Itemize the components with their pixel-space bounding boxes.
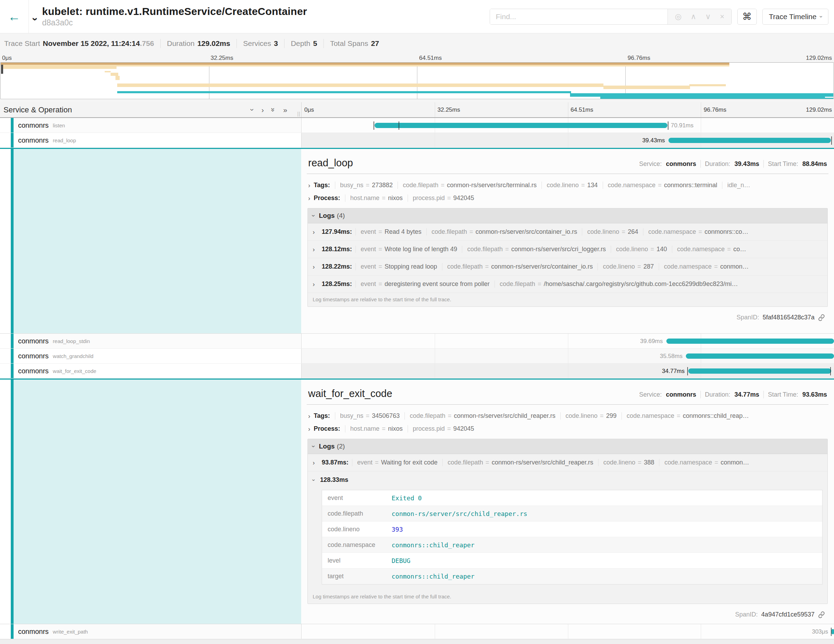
collapse-all-icon[interactable]: »: [270, 108, 277, 112]
keyboard-shortcuts-button[interactable]: ⌘: [737, 9, 757, 25]
tag-chip[interactable]: code.lineno=299: [560, 412, 622, 419]
log-field-chip[interactable]: code.lineno=287: [598, 263, 659, 270]
span-row-wait-for-exit-code[interactable]: conmonrs wait_for_exit_code 34.77ms: [0, 364, 834, 379]
span-bar[interactable]: [686, 353, 834, 359]
span-row-write-exit-path[interactable]: conmonrs write_exit_path 303μs: [0, 624, 834, 639]
process-row[interactable]: › Process: host.name=nixos process.pid=9…: [307, 422, 828, 435]
equals-sign: =: [698, 228, 702, 236]
span-row-read-loop-stdin[interactable]: conmonrs read_loop_stdin 39.69ms: [0, 334, 834, 349]
log-entry[interactable]: › 128.22ms: event=Stopping read loop cod…: [308, 258, 828, 275]
span-bar[interactable]: [375, 123, 668, 128]
minimap-canvas[interactable]: [0, 62, 834, 99]
span-timeline-cell[interactable]: 39.69ms: [301, 334, 834, 348]
log-field-chip[interactable]: code.filepath=/home/sascha/.cargo/regist…: [495, 280, 743, 288]
prev-result-icon[interactable]: ∧: [691, 12, 696, 21]
span-bar[interactable]: [688, 369, 832, 374]
log-entry-expanded[interactable]: › 128.33ms: [308, 471, 828, 489]
summary-separator: [323, 39, 324, 48]
tag-chip[interactable]: busy_ns=34506763: [335, 412, 405, 419]
collapse-trace-details-button[interactable]: ›: [34, 13, 37, 25]
link-icon[interactable]: [818, 314, 825, 321]
process-chip[interactable]: host.name=nixos: [345, 194, 407, 202]
span-name-cell[interactable]: conmonrs listen: [0, 118, 301, 133]
ruler-tick: 0μs: [304, 107, 314, 113]
chevron-right-icon: ›: [313, 264, 315, 270]
equals-sign: =: [727, 246, 731, 253]
log-field-chip[interactable]: code.namespace=conmon…: [659, 263, 754, 270]
log-field-chip[interactable]: event=Stopping read loop: [356, 263, 442, 270]
span-bar[interactable]: [666, 338, 834, 344]
log-field-chip[interactable]: code.filepath=conmon-rs/server/src/child…: [442, 459, 598, 466]
log-field-chip[interactable]: event=Wrote log line of length 49: [356, 246, 462, 253]
log-field-chip[interactable]: code.namespace=conmon…: [659, 459, 754, 466]
back-button[interactable]: ←: [0, 0, 29, 33]
span-name-cell[interactable]: conmonrs wait_for_exit_code: [0, 364, 301, 378]
process-row[interactable]: › Process: host.name=nixos process.pid=9…: [307, 192, 828, 205]
clear-search-icon[interactable]: ×: [720, 12, 724, 21]
log-marker: [830, 367, 831, 375]
tag-chip[interactable]: busy_ns=273882: [335, 181, 398, 189]
locate-icon[interactable]: ◎: [675, 12, 681, 21]
field-key: target: [322, 573, 392, 580]
log-field-chip[interactable]: event=Waiting for exit code: [352, 459, 442, 466]
span-id-value: 4a947cfd1ce59537: [761, 611, 815, 618]
log-entry[interactable]: › 128.12ms: event=Wrote log line of leng…: [308, 241, 828, 258]
span-timeline-cell[interactable]: 39.43ms: [301, 133, 834, 147]
log-entry[interactable]: › 127.94ms: event=Read 4 bytes code.file…: [308, 223, 828, 241]
span-name-cell[interactable]: conmonrs read_loop: [0, 133, 301, 147]
span-bar[interactable]: [832, 629, 834, 634]
process-chip[interactable]: process.pid=942045: [407, 194, 479, 202]
tag-chip[interactable]: idle_n…: [722, 181, 755, 189]
span-operation-name: watch_grandchild: [53, 353, 94, 359]
span-name-cell[interactable]: conmonrs write_exit_path: [0, 624, 301, 639]
span-row-watch-grandchild[interactable]: conmonrs watch_grandchild 35.58ms: [0, 349, 834, 364]
tag-chip[interactable]: code.filepath=conmon-rs/server/src/termi…: [398, 181, 541, 189]
log-field-chip[interactable]: code.filepath=conmon-rs/server/src/conta…: [442, 263, 598, 270]
log-field-chip[interactable]: event=deregistering event source from po…: [356, 280, 495, 288]
tag-chip[interactable]: code.namespace=conmonrs::terminal: [603, 181, 722, 189]
trace-view-selector[interactable]: Trace Timeline ›: [762, 9, 828, 25]
span-detail-read-loop: read_loop Service: conmonrs Duration: 39…: [0, 149, 834, 334]
log-entry[interactable]: › 93.87ms: event=Waiting for exit code c…: [308, 454, 828, 471]
next-result-icon[interactable]: ∨: [705, 12, 711, 21]
process-chip[interactable]: process.pid=942045: [407, 425, 479, 432]
field-value: conmonrs::child_reaper: [392, 541, 474, 549]
span-timeline-cell[interactable]: 35.58ms: [301, 349, 834, 363]
tag-chip[interactable]: code.namespace=conmonrs::child_reap…: [622, 412, 754, 419]
expand-one-icon[interactable]: ›: [262, 106, 264, 113]
span-name-cell[interactable]: conmonrs read_loop_stdin: [0, 334, 301, 348]
logs-header[interactable]: › Logs (2): [308, 439, 828, 454]
log-field-chip[interactable]: code.filepath=conmon-rs/server/src/cri_l…: [462, 246, 611, 253]
span-timeline-cell[interactable]: 34.77ms: [301, 364, 834, 378]
process-chip[interactable]: host.name=nixos: [345, 425, 407, 432]
tags-row[interactable]: › Tags: busy_ns=34506763 code.filepath=c…: [307, 409, 828, 422]
process-key: process.pid: [413, 194, 445, 202]
log-field-chip[interactable]: code.lineno=388: [598, 459, 659, 466]
tags-row[interactable]: › Tags: busy_ns=273882 code.filepath=con…: [307, 179, 828, 192]
span-name-cell[interactable]: conmonrs watch_grandchild: [0, 349, 301, 363]
tag-chip[interactable]: code.lineno=134: [541, 181, 603, 189]
log-field-chip[interactable]: code.namespace=co…: [672, 246, 751, 253]
collapse-one-icon[interactable]: ›: [249, 108, 256, 111]
link-icon[interactable]: [818, 611, 825, 618]
duration-value: 34.77ms: [735, 391, 759, 398]
log-marker: [373, 121, 374, 130]
find-input[interactable]: [490, 9, 668, 24]
logs-header[interactable]: › Logs (4): [308, 209, 828, 223]
timeline-minimap[interactable]: 0μs 32.25ms 64.51ms 96.76ms 129.02ms: [0, 53, 834, 102]
span-timeline-cell[interactable]: 303μs: [301, 624, 834, 639]
expand-all-icon[interactable]: »: [283, 106, 287, 113]
column-resize-handle[interactable]: ||: [297, 111, 301, 117]
tag-chip[interactable]: code.filepath=conmon-rs/server/src/child…: [404, 412, 560, 419]
span-bar[interactable]: [668, 138, 831, 143]
log-field-chip[interactable]: code.lineno=140: [611, 246, 672, 253]
span-timeline-cell[interactable]: 70.91ms: [301, 118, 834, 133]
log-field-chip[interactable]: event=Read 4 bytes: [356, 228, 427, 236]
log-entry[interactable]: › 128.25ms: event=deregistering event so…: [308, 275, 828, 293]
log-field-chip[interactable]: code.filepath=conmon-rs/server/src/conta…: [427, 228, 582, 236]
span-row-listen[interactable]: conmonrs listen 70.91ms: [0, 118, 834, 133]
log-field-chip[interactable]: code.lineno=264: [582, 228, 643, 236]
span-row-read-loop[interactable]: conmonrs read_loop 39.43ms: [0, 133, 834, 148]
log-field-chip[interactable]: code.namespace=conmonrs::co…: [643, 228, 753, 236]
chevron-right-icon: ›: [308, 195, 310, 201]
